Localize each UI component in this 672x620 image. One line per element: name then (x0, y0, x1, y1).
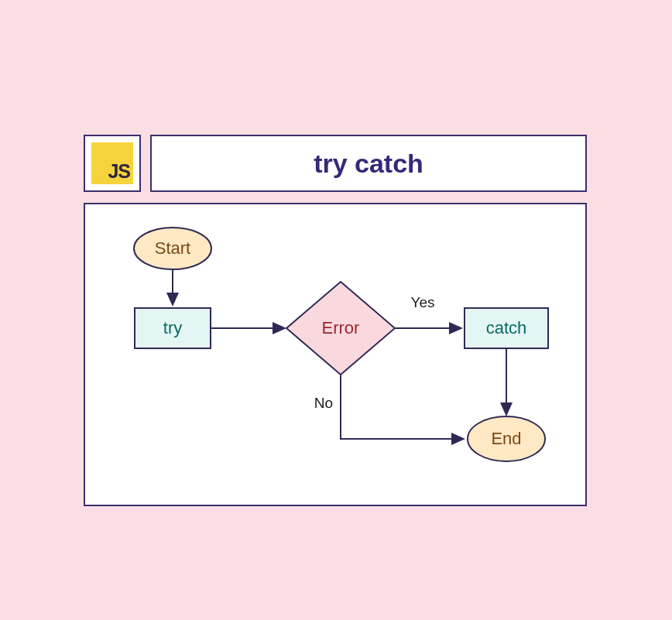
try-label: try (163, 318, 182, 337)
logo-text: JS (108, 160, 130, 183)
no-label: No (314, 395, 333, 411)
start-label: Start (155, 238, 190, 258)
header-row: JS try catch (84, 135, 587, 192)
catch-label: catch (486, 318, 527, 337)
error-label: Error (322, 318, 360, 337)
end-label: End (491, 429, 521, 448)
diagram-card: JS try catch Start try E (84, 135, 587, 506)
flowchart-container: Start try Error Yes catch No (84, 203, 587, 506)
yes-label: Yes (411, 294, 435, 310)
flowchart-svg: Start try Error Yes catch No (85, 204, 585, 505)
js-logo-icon: JS (91, 142, 133, 184)
title-frame: try catch (150, 135, 587, 192)
logo-frame: JS (84, 135, 141, 192)
arrow-error-no-to-end (341, 375, 464, 439)
page-title: try catch (314, 149, 423, 179)
